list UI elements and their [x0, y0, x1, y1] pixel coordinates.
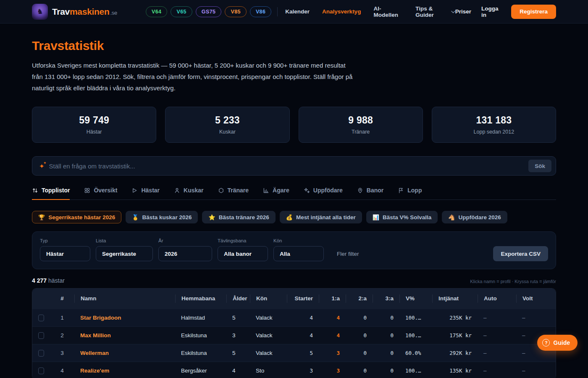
table-row[interactable]: 1 Star Brigadoon Halmstad 5 Valack 4 4 0… — [32, 309, 556, 326]
nav-link-analysverktyg[interactable]: Analysverktyg — [322, 8, 361, 15]
column-header-1a[interactable]: 1:a — [319, 294, 346, 303]
chip-uppfodare[interactable]: 🐴 Uppfödare 2026 — [442, 211, 507, 223]
tab-topplistor[interactable]: Topplistor — [32, 187, 70, 200]
hexagon-icon — [218, 187, 224, 194]
tab-lopp[interactable]: Lopp — [398, 187, 422, 200]
nav-link-tips-guider[interactable]: Tips & Guider — [415, 5, 455, 18]
sex-cell: Sto — [250, 368, 287, 374]
table-row[interactable]: 2 Max Million Eskilstuna 3 Valack 4 4 0 … — [32, 326, 556, 344]
table-row[interactable]: 3 Wellerman Eskilstuna 5 Valack 5 3 0 0 … — [32, 344, 556, 362]
compare-checkbox[interactable] — [38, 332, 44, 339]
horse-name-link[interactable]: Max Million — [80, 332, 111, 339]
tab-banor[interactable]: Banor — [357, 187, 383, 200]
export-csv-button[interactable]: Exportera CSV — [493, 246, 548, 261]
column-header-vpct[interactable]: V% — [399, 294, 432, 303]
ar-select[interactable]: 2026 — [158, 246, 212, 261]
chip-mest-intjanat[interactable]: 💰 Mest intjänat alla tider — [280, 211, 362, 223]
star-icon: ⭐ — [208, 214, 215, 220]
tab-oversikt[interactable]: Översikt — [84, 187, 117, 200]
results-table: # Namn Hemmabana Ålder Kön Starter 1:a 2… — [32, 288, 556, 378]
stat-label: Kuskar — [219, 129, 236, 135]
rank-cell: 3 — [50, 350, 74, 356]
more-filters-link[interactable]: Fler filter — [337, 251, 359, 257]
tavlingsbana-select[interactable]: Alla banor — [218, 246, 268, 261]
compare-cell — [32, 315, 50, 321]
chip-segerrikaste-hastar[interactable]: 🏆 Segerrikaste hästar 2026 — [32, 211, 121, 223]
column-header-alder[interactable]: Ålder — [226, 294, 250, 303]
guide-button[interactable]: ? Guide — [537, 335, 578, 351]
tab-tranare[interactable]: Tränare — [218, 187, 249, 200]
column-header-starter[interactable]: Starter — [287, 294, 319, 303]
search-button[interactable]: Sök — [528, 160, 551, 172]
column-header-volt[interactable]: Volt — [516, 294, 556, 303]
column-header-2a[interactable]: 2:a — [346, 294, 373, 303]
third-place-cell: 0 — [373, 315, 399, 321]
chip-basta-kuskar[interactable]: 🥇 Bästa kuskar 2026 — [126, 211, 198, 223]
starts-cell: 3 — [287, 368, 319, 374]
stat-card-tranare: 9 988 Tränare — [299, 107, 423, 143]
second-place-cell: 0 — [346, 315, 373, 321]
chip-basta-v-solvalla[interactable]: 📊 Bästa V% Solvalla — [366, 211, 438, 223]
column-header-auto[interactable]: Auto — [478, 294, 516, 303]
tab-uppfodare[interactable]: Uppfödare — [304, 187, 343, 200]
sparkle-icon: ✦✦ — [39, 163, 45, 169]
tab-label: Kuskar — [184, 187, 203, 194]
chip-label: Mest intjänat alla tider — [296, 214, 356, 220]
kon-select[interactable]: Alla — [273, 246, 324, 261]
tab-agare[interactable]: Ägare — [263, 187, 289, 200]
brand-logo-link[interactable]: ♞ Travmaskinen.se — [32, 4, 117, 20]
second-place-cell: 0 — [346, 368, 373, 374]
sort-arrows-icon — [32, 187, 38, 194]
chip-basta-tranare[interactable]: ⭐ Bästa tränare 2026 — [202, 211, 275, 223]
tab-kuskar[interactable]: Kuskar — [174, 187, 203, 200]
register-button[interactable]: Registrera — [511, 5, 556, 19]
nav-link-priser[interactable]: Priser — [455, 8, 471, 15]
horse-name-link[interactable]: Star Brigadoon — [80, 315, 121, 321]
first-place-cell: 3 — [319, 350, 346, 356]
pill-v86[interactable]: V86 — [250, 6, 271, 17]
filter-field-lista: Lista Segerrikaste — [96, 238, 153, 261]
nav-link-kalender[interactable]: Kalender — [285, 8, 310, 15]
nav-link-ai-modellen[interactable]: AI-Modellen — [373, 5, 403, 18]
chip-label: Bästa tränare 2026 — [219, 214, 269, 220]
column-header-kon[interactable]: Kön — [250, 294, 287, 303]
starts-cell: 4 — [287, 332, 319, 339]
field-label: Kön — [273, 238, 324, 243]
pill-v64[interactable]: V64 — [146, 6, 167, 17]
first-place-cell: 4 — [319, 332, 346, 339]
compare-checkbox[interactable] — [38, 350, 44, 357]
horse-name-link[interactable]: Wellerman — [80, 350, 109, 356]
sex-cell: Valack — [250, 315, 287, 321]
bar-chart-icon — [263, 187, 269, 194]
starts-cell: 4 — [287, 315, 319, 321]
column-header-namn[interactable]: Namn — [74, 294, 175, 303]
volt-record-cell: – — [516, 368, 556, 374]
typ-select[interactable]: Hästar — [40, 246, 90, 261]
compare-checkbox[interactable] — [38, 315, 44, 321]
logo-icon: ♞ — [32, 4, 48, 20]
login-link[interactable]: Logga in — [481, 5, 501, 18]
tab-label: Lopp — [407, 187, 422, 194]
pill-v65[interactable]: V65 — [171, 6, 192, 17]
track-cell: Eskilstuna — [175, 350, 226, 356]
lista-select[interactable]: Segerrikaste — [96, 246, 153, 261]
earnings-cell: 292K kr — [432, 350, 478, 356]
tab-hastar[interactable]: Hästar — [131, 187, 160, 200]
medal-icon: 🥇 — [132, 214, 139, 220]
column-header-rank[interactable]: # — [50, 294, 74, 303]
column-header-3a[interactable]: 3:a — [373, 294, 399, 303]
column-header-hemmabana[interactable]: Hemmabana — [175, 294, 226, 303]
field-label: Typ — [40, 238, 90, 243]
search-input[interactable] — [49, 163, 524, 170]
column-header-intjanat[interactable]: Intjänat — [432, 294, 478, 303]
earnings-cell: 135K kr — [432, 368, 478, 374]
horse-name-link[interactable]: Realize'em — [80, 368, 109, 374]
compare-checkbox[interactable] — [38, 368, 44, 374]
table-row[interactable]: 4 Realize'em Bergsåker 4 Sto 3 3 0 0 100… — [32, 362, 556, 378]
pill-gs75[interactable]: GS75 — [196, 6, 222, 17]
tab-label: Banor — [367, 187, 383, 194]
preset-chips: 🏆 Segerrikaste hästar 2026 🥇 Bästa kuska… — [32, 211, 556, 223]
sex-cell: Valack — [250, 350, 287, 356]
field-label: Tävlingsbana — [218, 238, 268, 243]
pill-v85[interactable]: V85 — [225, 6, 246, 17]
